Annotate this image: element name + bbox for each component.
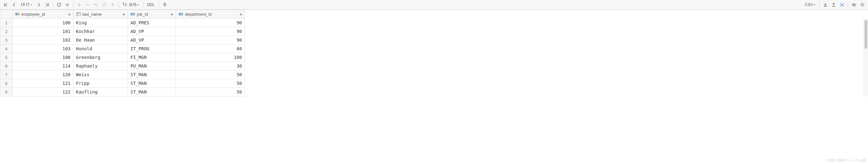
cell-department-id[interactable]: 100 [176, 53, 245, 62]
ddl-button[interactable]: DDL [145, 1, 157, 9]
svg-point-6 [18, 14, 19, 15]
cell-last-name[interactable]: Hunold [73, 44, 128, 53]
cell-last-name[interactable]: Kochhar [73, 27, 128, 36]
cell-job-id[interactable]: AD_VP [128, 36, 176, 44]
row-number[interactable]: 1 [0, 19, 12, 27]
prev-page-button[interactable] [10, 1, 18, 9]
compare-button[interactable] [838, 1, 846, 9]
cell-department-id[interactable]: 60 [176, 44, 245, 53]
cell-employee-id[interactable]: 101 [12, 27, 73, 36]
cell-department-id[interactable]: 90 [176, 27, 245, 36]
row-number[interactable]: 5 [0, 53, 12, 62]
cell-job-id[interactable]: FI_MGR [128, 53, 176, 62]
table-row[interactable]: 9122KauflingST_MAN50 [0, 88, 245, 96]
svg-point-2 [853, 4, 855, 5]
cell-job-id[interactable]: AD_VP [128, 27, 176, 36]
corner-cell[interactable] [0, 10, 12, 19]
cell-employee-id[interactable]: 122 [12, 88, 73, 96]
cell-department-id[interactable]: 50 [176, 79, 245, 88]
scrollbar-thumb[interactable] [865, 20, 867, 49]
cell-department-id[interactable]: 50 [176, 70, 245, 79]
table-row[interactable]: 2101KochharAD_VP90 [0, 27, 245, 36]
row-number[interactable]: 9 [0, 88, 12, 96]
pin-button[interactable] [161, 1, 168, 9]
table-row[interactable]: 3102De HaanAD_VP90 [0, 36, 245, 44]
clone-row-button[interactable] [100, 1, 108, 9]
cell-department-id[interactable]: 50 [176, 88, 245, 96]
svg-rect-4 [16, 13, 17, 15]
commit-button[interactable] [108, 1, 116, 9]
csv-label: CSV [805, 3, 813, 7]
download-button[interactable] [822, 1, 829, 9]
separator [848, 2, 848, 8]
table-row[interactable]: 4103HunoldIT_PROG60 [0, 44, 245, 53]
column-name: department_id [185, 12, 238, 17]
table-container: employee_id ◆ last_name ◆ [0, 10, 868, 96]
row-number[interactable]: 3 [0, 36, 12, 44]
first-page-button[interactable] [2, 1, 10, 9]
revert-button[interactable] [92, 1, 100, 9]
cell-job-id[interactable]: AD_PRES [128, 19, 176, 27]
settings-button[interactable] [858, 1, 866, 9]
upload-button[interactable] [830, 1, 838, 9]
stop-button[interactable] [63, 1, 71, 9]
table-row[interactable]: 6114RaphaelyPU_MAN30 [0, 62, 245, 70]
row-number[interactable]: 8 [0, 79, 12, 88]
cell-employee-id[interactable]: 121 [12, 79, 73, 88]
cell-last-name[interactable]: Weiss [73, 70, 128, 79]
separator [118, 2, 119, 8]
table-row[interactable]: 8121FrippST_MAN50 [0, 79, 245, 88]
reload-button[interactable] [55, 1, 63, 9]
cell-job-id[interactable]: PU_MAN [128, 62, 176, 70]
last-page-button[interactable] [43, 1, 51, 9]
table-row[interactable]: 7120WeissST_MAN50 [0, 70, 245, 79]
svg-rect-7 [76, 12, 81, 16]
column-name: last_name [82, 12, 121, 17]
cell-job-id[interactable]: ST_MAN [128, 70, 176, 79]
row-number[interactable]: 6 [0, 62, 12, 70]
cell-employee-id[interactable]: 100 [12, 19, 73, 27]
cell-employee-id[interactable]: 108 [12, 53, 73, 62]
next-page-button[interactable] [35, 1, 43, 9]
fk-column-icon [130, 11, 135, 17]
cell-last-name[interactable]: Greenberg [73, 53, 128, 62]
row-number[interactable]: 2 [0, 27, 12, 36]
cell-last-name[interactable]: Raphaely [73, 62, 128, 70]
tx-label: Tx: 自动 [122, 2, 136, 7]
view-button[interactable] [850, 1, 858, 9]
cell-department-id[interactable]: 90 [176, 19, 245, 27]
row-count-label[interactable]: 18 行 ▾ [19, 1, 34, 9]
cell-job-id[interactable]: ST_MAN [128, 79, 176, 88]
cell-employee-id[interactable]: 120 [12, 70, 73, 79]
cell-last-name[interactable]: Kaufling [73, 88, 128, 96]
export-format-button[interactable]: CSV ▾ [803, 1, 817, 9]
column-header-last-name[interactable]: last_name ◆ [73, 10, 128, 19]
table-row[interactable]: 5108GreenbergFI_MGR100 [0, 53, 245, 62]
svg-rect-0 [66, 3, 69, 6]
key-column-icon [15, 11, 20, 17]
cell-last-name[interactable]: De Haan [73, 36, 128, 44]
column-header-department-id[interactable]: department_id ◆ [176, 10, 245, 19]
cell-employee-id[interactable]: 114 [12, 62, 73, 70]
cell-job-id[interactable]: IT_PROG [128, 44, 176, 53]
cell-job-id[interactable]: ST_MAN [128, 88, 176, 96]
tx-mode-button[interactable]: Tx: 自动 ▾ [121, 1, 141, 9]
cell-last-name[interactable]: King [73, 19, 128, 27]
cell-employee-id[interactable]: 103 [12, 44, 73, 53]
cell-employee-id[interactable]: 102 [12, 36, 73, 44]
row-number[interactable]: 4 [0, 44, 12, 53]
column-header-employee-id[interactable]: employee_id ◆ [12, 10, 73, 19]
separator [53, 2, 53, 8]
separator [159, 2, 159, 8]
cell-department-id[interactable]: 30 [176, 62, 245, 70]
cell-last-name[interactable]: Fripp [73, 79, 128, 88]
remove-row-button[interactable] [84, 1, 91, 9]
vertical-scrollbar[interactable] [864, 19, 868, 96]
column-header-job-id[interactable]: job_id ◆ [128, 10, 176, 19]
add-row-button[interactable] [75, 1, 83, 9]
cell-department-id[interactable]: 90 [176, 36, 245, 44]
row-number[interactable]: 7 [0, 70, 12, 79]
table-row[interactable]: 1100KingAD_PRES90 [0, 19, 245, 27]
column-name: employee_id [22, 12, 67, 17]
svg-rect-8 [131, 13, 133, 15]
